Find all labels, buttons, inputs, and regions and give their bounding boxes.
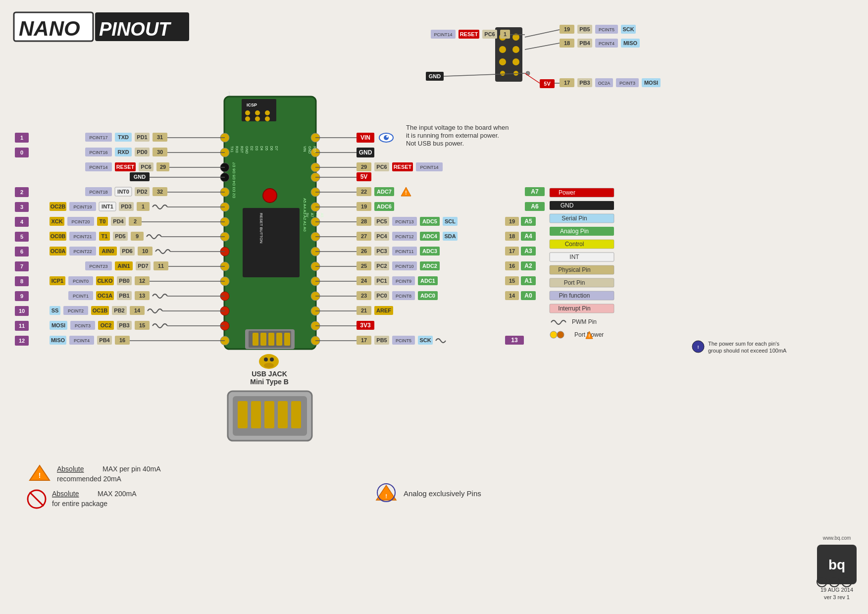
- svg-text:12: 12: [19, 338, 25, 344]
- svg-text:16: 16: [509, 263, 515, 269]
- svg-text:Absolute: Absolute: [57, 465, 84, 473]
- svg-text:6: 6: [20, 249, 23, 255]
- svg-text:RESET: RESET: [116, 164, 135, 170]
- svg-text:18: 18: [564, 40, 570, 46]
- svg-text:PINOUT: PINOUT: [99, 19, 171, 40]
- svg-text:INT: INT: [569, 254, 579, 260]
- svg-text:Power: Power: [559, 189, 575, 196]
- svg-text:MISO: MISO: [51, 337, 65, 343]
- svg-text:29: 29: [361, 164, 367, 170]
- svg-text:RXD: RXD: [117, 149, 129, 155]
- svg-point-11: [245, 116, 250, 121]
- svg-text:1: 1: [228, 91, 231, 97]
- svg-text:11: 11: [158, 263, 164, 269]
- svg-text:PCINT3: PCINT3: [619, 81, 635, 86]
- svg-text:PC5: PC5: [376, 218, 387, 224]
- svg-text:CC: CC: [818, 579, 825, 585]
- svg-text:PC6: PC6: [141, 164, 151, 170]
- svg-text:15: 15: [509, 278, 515, 284]
- svg-text:OC1B: OC1B: [93, 307, 108, 313]
- svg-text:A3: A3: [524, 248, 532, 255]
- svg-text:PWM Pin: PWM Pin: [572, 318, 597, 325]
- svg-text:10: 10: [142, 248, 148, 254]
- svg-text:0: 0: [20, 150, 23, 155]
- svg-text:Pin function: Pin function: [559, 292, 590, 299]
- svg-text:PCINT5: PCINT5: [599, 27, 614, 32]
- svg-point-12: [255, 116, 260, 121]
- svg-text:AIN0: AIN0: [102, 248, 114, 254]
- svg-text:29: 29: [160, 164, 166, 170]
- svg-text:PD4: PD4: [113, 218, 124, 224]
- svg-point-395: [500, 71, 505, 76]
- svg-text:17: 17: [564, 80, 570, 86]
- svg-text:3V3: 3V3: [360, 322, 371, 329]
- svg-text:USB JACK: USB JACK: [252, 370, 287, 378]
- svg-text:NANO: NANO: [19, 17, 80, 40]
- svg-text:PCINT1: PCINT1: [73, 294, 89, 299]
- svg-text:5V: 5V: [360, 173, 368, 180]
- svg-point-394: [512, 58, 519, 65]
- svg-text:PB3: PB3: [119, 322, 129, 328]
- svg-point-55: [264, 358, 268, 361]
- svg-text:PD6: PD6: [122, 248, 132, 254]
- svg-text:recommended 20mA: recommended 20mA: [57, 475, 122, 483]
- svg-text:ver 3 rev 1: ver 3 rev 1: [824, 594, 850, 600]
- svg-text:PCINT22: PCINT22: [73, 249, 92, 254]
- svg-text:D6: D6: [270, 146, 273, 151]
- svg-text:17: 17: [509, 248, 515, 254]
- svg-rect-50: [260, 333, 266, 346]
- svg-text:A6: A6: [531, 203, 539, 210]
- svg-text:23: 23: [361, 293, 367, 299]
- svg-text:OC0A: OC0A: [51, 248, 66, 254]
- svg-text:7: 7: [20, 263, 23, 269]
- svg-text:ICP1: ICP1: [51, 278, 63, 284]
- svg-text:PD0: PD0: [137, 149, 147, 155]
- svg-text:GND: GND: [245, 146, 249, 154]
- svg-text:PB5: PB5: [579, 26, 590, 32]
- svg-text:1: 1: [142, 204, 145, 209]
- svg-text:Not USB bus power.: Not USB bus power.: [406, 140, 464, 147]
- svg-text:13: 13: [511, 337, 518, 344]
- svg-text:PC6: PC6: [484, 31, 495, 37]
- svg-text:ADC7: ADC7: [377, 189, 392, 195]
- svg-text:GND: GND: [308, 146, 311, 154]
- svg-text:5V: 5V: [306, 213, 309, 217]
- svg-point-10: [265, 110, 270, 115]
- svg-text:PCINT18: PCINT18: [89, 190, 107, 195]
- svg-text:RESET: RESET: [460, 31, 478, 37]
- svg-point-391: [499, 46, 506, 53]
- svg-text:PB2: PB2: [114, 307, 124, 313]
- svg-text:PCINT19: PCINT19: [73, 205, 92, 209]
- svg-text:VIN: VIN: [303, 146, 306, 152]
- svg-text:T1: T1: [102, 233, 108, 239]
- svg-text:3: 3: [20, 204, 23, 210]
- svg-text:!: !: [698, 345, 699, 350]
- svg-text:T0: T0: [100, 218, 106, 224]
- svg-text:SCL: SCL: [445, 218, 456, 224]
- svg-text:ADC2: ADC2: [422, 263, 437, 269]
- svg-text:27: 27: [361, 233, 367, 239]
- svg-text:17: 17: [361, 337, 367, 343]
- svg-text:PCINT20: PCINT20: [71, 219, 90, 224]
- svg-text:GND: GND: [429, 73, 441, 79]
- svg-text:MAX 200mA: MAX 200mA: [98, 490, 137, 498]
- svg-text:A4: A4: [524, 233, 532, 240]
- svg-text:MAX per pin 40mA: MAX per pin 40mA: [102, 465, 161, 473]
- svg-text:GND: GND: [561, 202, 574, 209]
- svg-text:GND: GND: [359, 149, 372, 156]
- svg-text:PCINT10: PCINT10: [395, 264, 413, 269]
- svg-text:8: 8: [20, 278, 23, 284]
- svg-rect-480: [291, 401, 301, 428]
- svg-text:ADC3: ADC3: [422, 248, 437, 254]
- svg-text:RESET BUTTON: RESET BUTTON: [259, 213, 263, 244]
- svg-text:A1: A1: [524, 277, 532, 284]
- svg-text:ADC1: ADC1: [420, 278, 435, 284]
- svg-text:9: 9: [20, 293, 23, 299]
- svg-text:PCINT16: PCINT16: [89, 150, 107, 155]
- svg-text:OC2B: OC2B: [51, 204, 66, 209]
- svg-rect-52: [276, 333, 282, 346]
- svg-text:32: 32: [157, 189, 163, 195]
- svg-text:1: 1: [504, 31, 507, 37]
- svg-rect-477: [251, 401, 261, 428]
- svg-text:○: ○: [833, 579, 836, 585]
